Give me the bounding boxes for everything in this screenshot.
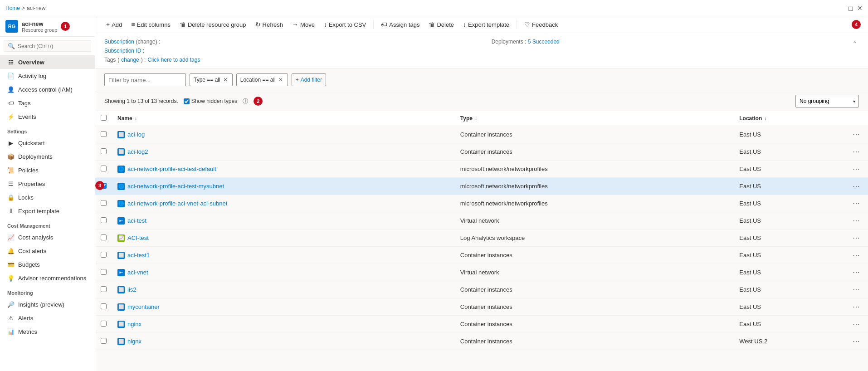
sidebar-item-metrics[interactable]: 📊 Metrics bbox=[0, 325, 95, 338]
row-more-cell[interactable]: ⋯ bbox=[844, 316, 868, 333]
add-tags-link[interactable]: Click here to add tags bbox=[147, 57, 200, 63]
row-checkbox-cell[interactable] bbox=[95, 212, 112, 229]
row-checkbox[interactable] bbox=[101, 338, 107, 344]
show-hidden-types-checkbox[interactable] bbox=[184, 98, 190, 104]
resource-name-link[interactable]: mycontainer bbox=[127, 303, 160, 310]
sidebar-item-cost-analysis[interactable]: 📈 Cost analysis bbox=[0, 230, 95, 244]
resource-name-link[interactable]: ACI-test bbox=[127, 234, 149, 241]
resource-name-link[interactable]: aci-log bbox=[127, 131, 145, 138]
sidebar-item-deployments[interactable]: 📦 Deployments bbox=[0, 150, 95, 163]
resource-name-link[interactable]: iis2 bbox=[127, 286, 137, 293]
type-col-header[interactable]: Type ↕ bbox=[455, 111, 734, 126]
row-checkbox[interactable] bbox=[101, 148, 107, 154]
sidebar-item-policies[interactable]: 📜 Policies bbox=[0, 163, 95, 177]
row-checkbox[interactable] bbox=[101, 321, 107, 327]
row-checkbox-cell[interactable] bbox=[95, 264, 112, 281]
row-more-cell[interactable]: ⋯ bbox=[844, 143, 868, 161]
row-checkbox-cell[interactable] bbox=[95, 247, 112, 264]
resource-name-link[interactable]: aci-vnet bbox=[127, 269, 148, 276]
sidebar-item-insights[interactable]: 🔎 Insights (preview) bbox=[0, 298, 95, 311]
row-checkbox-cell[interactable] bbox=[95, 281, 112, 298]
delete-button[interactable]: 🗑 Delete bbox=[425, 19, 458, 30]
subscription-change-link[interactable]: change bbox=[137, 39, 155, 45]
row-checkbox[interactable] bbox=[101, 286, 107, 292]
row-more-cell[interactable]: ⋯ bbox=[844, 281, 868, 298]
row-more-button[interactable]: ⋯ bbox=[850, 146, 863, 157]
row-checkbox-cell[interactable] bbox=[95, 195, 112, 212]
deployments-value[interactable]: 5 Succeeded bbox=[528, 39, 560, 45]
sidebar-item-cost-alerts[interactable]: 🔔 Cost alerts bbox=[0, 244, 95, 258]
assign-tags-button[interactable]: 🏷 Assign tags bbox=[377, 19, 423, 30]
row-more-button[interactable]: ⋯ bbox=[850, 198, 863, 209]
row-more-cell[interactable]: ⋯ bbox=[844, 247, 868, 264]
sidebar-item-alerts[interactable]: ⚠ Alerts bbox=[0, 311, 95, 325]
show-hidden-types-label[interactable]: Show hidden types bbox=[184, 98, 237, 104]
row-checkbox[interactable] bbox=[101, 234, 107, 240]
row-checkbox-cell[interactable] bbox=[95, 298, 112, 316]
row-checkbox[interactable] bbox=[101, 269, 107, 275]
select-all-checkbox[interactable] bbox=[101, 115, 107, 121]
restore-button[interactable]: ◻ bbox=[848, 5, 853, 12]
row-checkbox[interactable] bbox=[101, 200, 107, 206]
export-csv-button[interactable]: ↓ Export to CSV bbox=[320, 19, 370, 30]
row-checkbox[interactable] bbox=[101, 252, 107, 258]
name-col-header[interactable]: Name ↕ bbox=[112, 111, 455, 126]
select-all-col[interactable] bbox=[95, 111, 112, 126]
collapse-header-button[interactable]: ⌃ bbox=[851, 39, 859, 49]
breadcrumb-home[interactable]: Home bbox=[5, 5, 20, 11]
search-box[interactable]: 🔍 bbox=[4, 40, 91, 52]
row-more-cell[interactable]: ⋯ bbox=[844, 264, 868, 281]
row-checkbox[interactable] bbox=[101, 131, 107, 137]
resource-name-link[interactable]: aci-test bbox=[127, 217, 146, 224]
resource-name-link[interactable]: aci-test1 bbox=[127, 252, 150, 259]
row-checkbox-cell[interactable] bbox=[95, 229, 112, 247]
row-more-button[interactable]: ⋯ bbox=[850, 233, 863, 243]
sidebar-item-quickstart[interactable]: ▶ Quickstart bbox=[0, 136, 95, 150]
row-checkbox-cell[interactable] bbox=[95, 126, 112, 143]
resource-name-link[interactable]: nginx bbox=[127, 321, 141, 327]
row-more-cell[interactable]: ⋯ bbox=[844, 298, 868, 316]
row-checkbox[interactable] bbox=[101, 303, 107, 309]
location-filter-remove[interactable]: ✕ bbox=[278, 77, 284, 83]
sidebar-item-budgets[interactable]: 💳 Budgets bbox=[0, 258, 95, 271]
row-more-button[interactable]: ⋯ bbox=[850, 319, 863, 329]
sidebar-item-locks[interactable]: 🔒 Locks bbox=[0, 190, 95, 204]
row-more-button[interactable]: ⋯ bbox=[850, 336, 863, 347]
row-checkbox-cell[interactable] bbox=[95, 316, 112, 333]
tags-change-link[interactable]: change bbox=[121, 57, 139, 63]
row-checkbox[interactable] bbox=[101, 166, 107, 171]
sidebar-item-events[interactable]: ⚡ Events bbox=[0, 110, 95, 123]
row-checkbox-cell[interactable]: 3 bbox=[95, 178, 112, 195]
resource-name-link[interactable]: aci-network-profile-aci-vnet-aci-subnet bbox=[127, 200, 227, 207]
refresh-button[interactable]: ↻ Refresh bbox=[252, 19, 287, 30]
resource-name-link[interactable]: aci-network-profile-aci-test-mysubnet bbox=[127, 183, 224, 190]
row-more-cell[interactable]: ⋯ bbox=[844, 161, 868, 178]
row-more-button[interactable]: ⋯ bbox=[850, 267, 863, 278]
row-checkbox-cell[interactable] bbox=[95, 143, 112, 161]
row-checkbox[interactable] bbox=[101, 217, 107, 223]
grouping-select[interactable]: No grouping Resource type Location Resou… bbox=[795, 95, 859, 107]
sidebar-item-export-template[interactable]: ⇩ Export template bbox=[0, 204, 95, 218]
edit-columns-button[interactable]: ≡ Edit columns bbox=[127, 19, 174, 30]
row-more-cell[interactable]: ⋯ bbox=[844, 229, 868, 247]
row-more-button[interactable]: ⋯ bbox=[850, 250, 863, 260]
add-filter-button[interactable]: + Add filter bbox=[292, 73, 326, 86]
row-more-cell[interactable]: ⋯ bbox=[844, 178, 868, 195]
resource-name-link[interactable]: aci-network-profile-aci-test-default bbox=[127, 166, 216, 172]
sidebar-item-tags[interactable]: 🏷 Tags bbox=[0, 96, 95, 110]
resource-name-link[interactable]: nignx bbox=[127, 338, 141, 345]
close-button[interactable]: ✕ bbox=[857, 5, 863, 12]
row-more-cell[interactable]: ⋯ bbox=[844, 333, 868, 350]
delete-resource-group-button[interactable]: 🗑 Delete resource group bbox=[176, 19, 250, 30]
row-checkbox-cell[interactable] bbox=[95, 161, 112, 178]
row-more-cell[interactable]: ⋯ bbox=[844, 212, 868, 229]
sidebar-item-advisor-recommendations[interactable]: 💡 Advisor recommendations bbox=[0, 271, 95, 285]
row-more-cell[interactable]: ⋯ bbox=[844, 195, 868, 212]
row-more-cell[interactable]: ⋯ bbox=[844, 126, 868, 143]
sidebar-item-properties[interactable]: ☰ Properties bbox=[0, 177, 95, 190]
type-filter-remove[interactable]: ✕ bbox=[222, 77, 229, 83]
location-col-header[interactable]: Location ↕ bbox=[734, 111, 844, 126]
add-button[interactable]: + Add bbox=[102, 19, 126, 30]
sidebar-item-overview[interactable]: ☷ Overview bbox=[0, 55, 95, 69]
row-more-button[interactable]: ⋯ bbox=[850, 215, 863, 226]
